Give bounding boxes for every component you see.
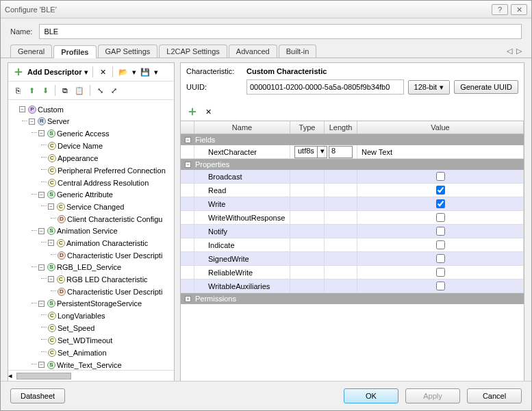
collapse-toggle[interactable]: − [38, 301, 45, 307]
collapse-toggle[interactable]: − [38, 228, 45, 234]
collapse-toggle[interactable]: − [48, 203, 54, 210]
property-name[interactable]: Read [194, 184, 290, 197]
tab-profiles[interactable]: Profiles [53, 45, 96, 58]
tab-built-in[interactable]: Built-in [279, 45, 317, 58]
move-down-icon[interactable]: ⬇ [40, 84, 51, 97]
tree-node[interactable]: LongVariables [58, 310, 105, 321]
paste-icon[interactable]: 📋 [73, 84, 86, 97]
uuid-bits-dropdown[interactable]: 128-bit▾ [408, 80, 451, 95]
expand-icon[interactable]: ⤡ [94, 84, 105, 97]
tree-node[interactable]: Set_Speed [58, 323, 94, 334]
property-checkbox[interactable] [436, 282, 445, 290]
tree-node[interactable]: PersistentStorageService [57, 298, 142, 309]
property-checkbox[interactable] [436, 227, 445, 236]
name-input[interactable] [39, 24, 522, 39]
delete-icon[interactable]: ✕ [97, 66, 108, 78]
group-toggle[interactable]: + [185, 296, 191, 302]
collapse-toggle[interactable]: − [48, 276, 54, 282]
field-type-dropdown[interactable]: utf8s▾ [294, 146, 327, 158]
tree-node[interactable]: Set_WDTimeout [58, 335, 112, 346]
group-toggle[interactable]: − [185, 162, 191, 168]
property-name[interactable]: WriteWithoutResponse [194, 211, 290, 224]
tree-node[interactable]: Set_Animation [58, 347, 107, 358]
tree-node[interactable]: Characteristic User Descripti [67, 250, 162, 261]
collapse-icon[interactable]: ⤢ [108, 84, 119, 97]
collapse-toggle[interactable]: − [38, 130, 45, 136]
col-length[interactable]: Length [325, 121, 357, 134]
col-type[interactable]: Type [290, 121, 325, 134]
tab-advanced[interactable]: Advanced [229, 45, 277, 58]
collapse-toggle[interactable]: − [38, 362, 45, 368]
tree-node[interactable]: Custom [38, 104, 64, 115]
copy-icon[interactable]: ⧉ [60, 84, 71, 97]
tree-node[interactable]: Generic Access [57, 128, 109, 139]
help-button[interactable]: ? [492, 4, 508, 15]
property-checkbox[interactable] [436, 172, 445, 181]
property-name[interactable]: Indicate [194, 238, 290, 251]
tree-node[interactable]: Animation Characteristic [66, 238, 148, 249]
tree-node[interactable]: RGB LED Characteristic [66, 274, 148, 285]
property-name[interactable]: WritableAuxiliaries [194, 279, 290, 292]
add-field-icon[interactable] [186, 105, 199, 118]
tree-node[interactable]: Server [47, 116, 69, 127]
property-name[interactable]: SignedWrite [194, 252, 290, 265]
add-icon[interactable] [12, 66, 25, 78]
open-dropdown[interactable]: ▾ [132, 68, 136, 77]
save-dropdown[interactable]: ▾ [154, 68, 158, 77]
field-value[interactable]: New Text [357, 145, 524, 158]
col-name[interactable]: Name [194, 121, 290, 134]
apply-button[interactable]: Apply [405, 388, 460, 403]
close-button[interactable]: ✕ [511, 4, 527, 15]
tabs-scroll-right-icon[interactable]: ▷ [516, 47, 522, 55]
tree-node[interactable]: Characteristic User Descripti [67, 286, 162, 297]
tab-l2cap-settings[interactable]: L2CAP Settings [159, 45, 227, 58]
profile-tree[interactable]: −PCustom −RServer −SGeneric Access CDevi… [8, 100, 174, 370]
service-icon: S [47, 361, 55, 369]
property-name[interactable]: Notify [194, 225, 290, 238]
uuid-input[interactable] [246, 79, 404, 95]
collapse-toggle[interactable]: − [48, 240, 54, 246]
collapse-toggle[interactable]: − [38, 264, 45, 271]
tree-node[interactable]: Device Name [58, 140, 103, 151]
new-item-icon[interactable]: ⎘ [12, 84, 23, 97]
datasheet-button[interactable]: Datasheet [10, 388, 65, 403]
tab-gap-settings[interactable]: GAP Settings [98, 45, 158, 58]
property-checkbox[interactable] [436, 240, 445, 249]
tree-node[interactable]: Write_Text_Service [57, 360, 122, 371]
property-name[interactable]: ReliableWrite [194, 266, 290, 279]
dropdown-arrow-icon[interactable]: ▾ [84, 68, 88, 77]
tree-node[interactable]: Central Address Resolution [58, 177, 149, 188]
tree-node[interactable]: Animation Service [57, 225, 118, 236]
tab-general[interactable]: General [10, 45, 52, 58]
property-name[interactable]: Broadcast [194, 170, 290, 183]
property-checkbox[interactable] [436, 268, 445, 277]
open-folder-icon[interactable]: 📂 [117, 66, 129, 78]
collapse-toggle[interactable]: − [29, 119, 35, 125]
property-checkbox[interactable] [436, 213, 445, 222]
ok-button[interactable]: OK [344, 388, 398, 403]
delete-field-icon[interactable]: ✕ [203, 105, 214, 118]
cancel-button[interactable]: Cancel [467, 388, 522, 403]
save-icon[interactable]: 💾 [139, 66, 151, 78]
collapse-toggle[interactable]: − [38, 192, 45, 198]
tree-hscrollbar[interactable]: ◂ [8, 370, 174, 381]
property-checkbox[interactable] [436, 199, 445, 208]
property-name[interactable]: Write [194, 197, 290, 210]
field-name[interactable]: NextCharacter [194, 145, 290, 158]
tree-node[interactable]: Service Changed [66, 201, 124, 212]
tree-node[interactable]: Peripheral Preferred Connection [58, 165, 166, 176]
property-checkbox[interactable] [436, 254, 445, 263]
tree-node[interactable]: Appearance [58, 153, 98, 164]
property-checkbox[interactable] [436, 186, 445, 195]
group-toggle[interactable]: − [185, 137, 191, 143]
tree-node[interactable]: Generic Attribute [57, 189, 113, 200]
col-value[interactable]: Value [357, 121, 524, 134]
field-length-input[interactable]: 8 [329, 146, 353, 158]
tabs-scroll-left-icon[interactable]: ◁ [507, 47, 512, 55]
generate-uuid-button[interactable]: Generate UUID [454, 80, 518, 94]
collapse-toggle[interactable]: − [19, 106, 25, 112]
add-descriptor-button[interactable]: Add Descriptor [27, 68, 81, 76]
move-up-icon[interactable]: ⬆ [26, 84, 37, 97]
tree-node[interactable]: Client Characteristic Configu [67, 214, 162, 225]
tree-node[interactable]: RGB_LED_Service [57, 262, 121, 273]
